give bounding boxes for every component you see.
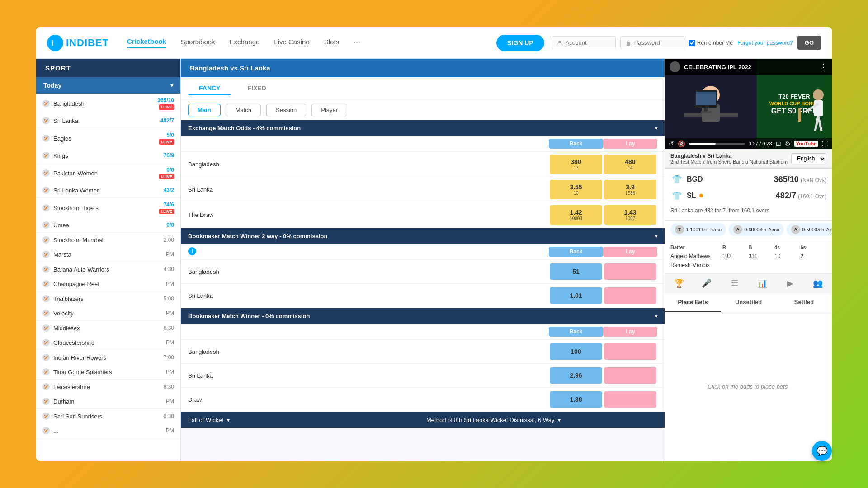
- tab-mic[interactable]: 🎤: [693, 274, 721, 293]
- tab-list[interactable]: ☰: [721, 274, 749, 293]
- team-name: Bangladesh: [53, 100, 85, 107]
- lay-cell[interactable]: [604, 343, 656, 360]
- back-cell[interactable]: 3.55 10: [550, 180, 602, 199]
- logo-text: INDIBET: [66, 37, 109, 49]
- back-cell[interactable]: 1.42 10003: [550, 205, 602, 225]
- match-group-trailblazers: 🏏 Trailblazers 5:00 🏏 Velocity: [36, 291, 180, 321]
- main-nav: Cricketbook Sportsbook Exchange Live Cas…: [127, 38, 478, 48]
- pb-tab-settled[interactable]: Settled: [776, 293, 832, 312]
- back-cell[interactable]: 1.01: [550, 287, 602, 304]
- team-label: Sri Lanka: [188, 372, 549, 379]
- logo-icon: i: [47, 35, 63, 51]
- lay-cell[interactable]: 3.9 1536: [604, 180, 656, 199]
- section-chevron[interactable]: ▾: [655, 233, 657, 239]
- bgd-shirt-icon: 👕: [670, 173, 683, 186]
- fall-of-wicket-row: Fall of Wicket ▾ Method of 8th Sri Lanka…: [181, 412, 665, 428]
- language-select[interactable]: English: [791, 153, 826, 164]
- bm-row-srilanka: Sri Lanka 2.96: [181, 363, 665, 387]
- odds-header: Back Lay: [181, 324, 665, 339]
- replay-button[interactable]: ↺: [669, 140, 674, 147]
- subtab-player[interactable]: Player: [311, 104, 347, 116]
- subtab-main[interactable]: Main: [188, 104, 221, 116]
- video-menu-icon[interactable]: ⋮: [819, 62, 827, 72]
- nav-exchange[interactable]: Exchange: [230, 38, 260, 47]
- tab-play[interactable]: ▶: [776, 274, 804, 293]
- lay-cell[interactable]: [604, 367, 656, 384]
- list-item[interactable]: 🏏 Marsta PM: [36, 247, 180, 262]
- lay-cell[interactable]: [604, 263, 656, 280]
- list-item[interactable]: 🏏 Indian River Rowers 7:00: [36, 350, 180, 365]
- list-item[interactable]: 🏏 Barana Aute Warriors 4:30: [36, 262, 180, 277]
- list-item[interactable]: 🏏 Leicestershire 8:30: [36, 380, 180, 394]
- list-item[interactable]: 🏏 Bangladesh 365/10 I.LIVE: [36, 94, 180, 113]
- list-item[interactable]: 🏏 Trailblazers 5:00: [36, 291, 180, 306]
- subtab-match[interactable]: Match: [226, 104, 261, 116]
- lay-cell[interactable]: 480 14: [604, 155, 656, 174]
- list-item[interactable]: 🏏 ... PM: [36, 423, 180, 438]
- back-cell[interactable]: 380 17: [550, 155, 602, 174]
- list-item[interactable]: 🏏 Middlesex 6:30: [36, 321, 180, 335]
- list-item[interactable]: 🏏 Stockholm Mumbai 2:00: [36, 233, 180, 247]
- fullscreen-button[interactable]: ⛶: [822, 140, 828, 147]
- back-cell[interactable]: 51: [550, 263, 602, 280]
- signup-button[interactable]: SIGN UP: [496, 35, 544, 51]
- nav-cricketbook[interactable]: Cricketbook: [127, 38, 166, 48]
- pip-button[interactable]: ⊡: [776, 140, 781, 147]
- list-item[interactable]: 🏏 Titou Gorge Splashers PM: [36, 365, 180, 379]
- section-chevron[interactable]: ▾: [655, 125, 657, 131]
- cricket-icon: 🏏: [42, 310, 50, 317]
- section-bookmaker2: Bookmaker Match Winner 2 way - 0% commis…: [181, 228, 665, 244]
- progress-bar[interactable]: [689, 143, 745, 145]
- list-item[interactable]: 🏏 Umea 0/0: [36, 218, 180, 232]
- tab-trophy[interactable]: 🏆: [665, 274, 693, 293]
- team-label: Bangladesh: [188, 161, 549, 168]
- lay-cell[interactable]: 1.43 1007: [604, 205, 656, 225]
- live-dot: [699, 194, 703, 197]
- section-chevron[interactable]: ▾: [655, 313, 657, 319]
- list-item[interactable]: 🏏 Velocity PM: [36, 306, 180, 320]
- list-item[interactable]: 🏏 Stockholm Tigers 74/6 I.LIVE: [36, 198, 180, 218]
- back-cell[interactable]: 1.38: [550, 391, 602, 408]
- settings-button[interactable]: ⚙: [785, 140, 791, 147]
- password-input[interactable]: [634, 39, 679, 46]
- bgd-overs: (NaN Ovs): [801, 177, 826, 183]
- list-item[interactable]: 🏏 Champagne Reef PM: [36, 277, 180, 291]
- nav-slots[interactable]: Slots: [324, 38, 339, 47]
- today-row[interactable]: Today ▾: [36, 77, 180, 94]
- list-item[interactable]: 🏏 Sri Lanka 482/7: [36, 113, 180, 128]
- account-input[interactable]: [566, 39, 611, 46]
- back-cell[interactable]: 100: [550, 343, 602, 360]
- nav-live-casino[interactable]: Live Casino: [274, 38, 309, 47]
- tab-fancy[interactable]: FANCY: [188, 82, 231, 95]
- cricket-icon: 🏏: [42, 398, 50, 405]
- go-button[interactable]: GO: [797, 36, 821, 50]
- list-item[interactable]: 🏏 Sari Sari Sunrisers 9:30: [36, 409, 180, 423]
- list-item[interactable]: 🏏 Gloucestershire PM: [36, 335, 180, 350]
- tab-users[interactable]: 👥: [804, 274, 832, 293]
- tab-fixed[interactable]: FIXED: [236, 82, 277, 95]
- method-chevron[interactable]: ▾: [558, 417, 561, 423]
- list-item[interactable]: 🏏 Pakistan Women 0/0 I.LIVE: [36, 163, 180, 183]
- forgot-password-link[interactable]: Forgot your password?: [737, 40, 793, 46]
- fall-of-wicket-chevron[interactable]: ▾: [227, 417, 230, 423]
- bookmaker2-table: i Back Lay Bangladesh 51 Sri Lanka 1.01: [181, 244, 665, 307]
- list-item[interactable]: 🏏 Sri Lanka Women 43/2: [36, 183, 180, 197]
- back-cell[interactable]: 2.96: [550, 367, 602, 384]
- mute-button[interactable]: 🔇: [678, 140, 685, 147]
- nav-sportsbook[interactable]: Sportsbook: [181, 38, 215, 47]
- list-item[interactable]: 🏏 Eagles 5/0 I.LIVE: [36, 128, 180, 148]
- chip-3[interactable]: A 0.50005th Ajmu: [787, 223, 832, 236]
- subtab-session[interactable]: Session: [266, 104, 306, 116]
- tab-chart[interactable]: 📊: [749, 274, 777, 293]
- pb-tab-place-bets[interactable]: Place Bets: [665, 293, 721, 312]
- chip-1[interactable]: T 1.10011st Tamu: [670, 223, 726, 236]
- list-item[interactable]: 🏏 Kings 76/9: [36, 148, 180, 163]
- chip-2[interactable]: A 0.60006th Ajmu: [729, 223, 784, 236]
- remember-me-checkbox[interactable]: [689, 40, 695, 46]
- list-item[interactable]: 🏏 Durham PM: [36, 394, 180, 408]
- chat-bubble[interactable]: 💬: [812, 441, 832, 461]
- lay-cell[interactable]: [604, 391, 656, 408]
- pb-tab-unsettled[interactable]: Unsettled: [721, 293, 776, 312]
- nav-more[interactable]: ···: [354, 38, 360, 47]
- lay-cell[interactable]: [604, 287, 656, 304]
